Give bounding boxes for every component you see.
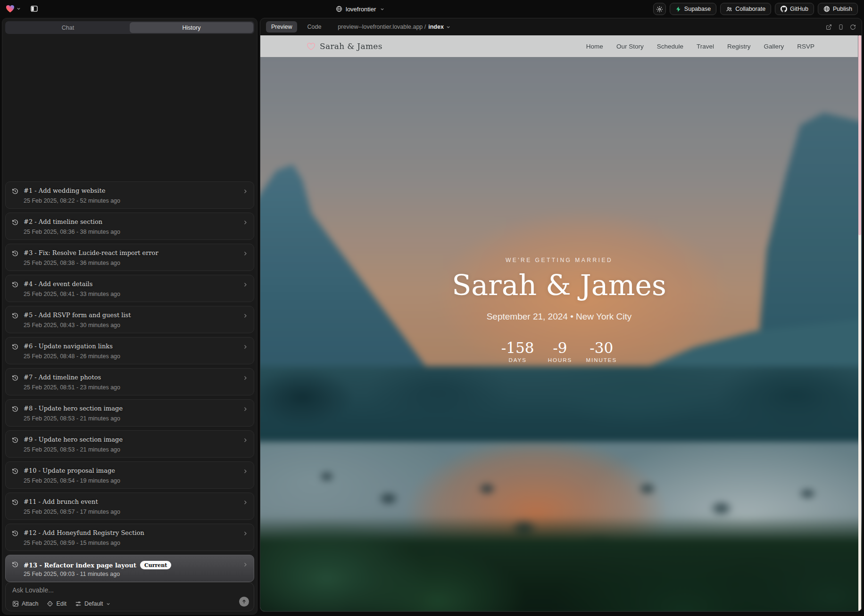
refresh-icon[interactable]	[850, 24, 856, 30]
ask-lovable-input[interactable]	[12, 586, 247, 597]
history-item[interactable]: #10 - Update proposal image Current 25 F…	[5, 461, 254, 489]
history-item-title: #12 - Add Honeyfund Registry Section	[24, 530, 144, 536]
tab-code[interactable]: Code	[302, 21, 326, 33]
github-label: GitHub	[790, 6, 808, 12]
history-item[interactable]: #4 - Add event details Current 25 Feb 20…	[5, 275, 254, 302]
tab-preview[interactable]: Preview	[266, 21, 297, 33]
send-button[interactable]	[239, 597, 249, 607]
history-item-timestamp: 25 Feb 2025, 08:22 - 52 minutes ago	[24, 197, 120, 204]
site-nav-link[interactable]: Schedule	[657, 43, 683, 50]
history-item-title: #13 - Refactor index page layout	[24, 562, 136, 568]
history-item[interactable]: #6 - Update navigation links Current 25 …	[5, 337, 254, 364]
chevron-right-icon	[242, 437, 248, 443]
history-icon	[12, 344, 18, 350]
chevron-down-icon	[446, 25, 450, 29]
history-item[interactable]: #9 - Update hero section image Current 2…	[5, 430, 254, 458]
preview-url[interactable]: preview--lovefrontier.lovable.app / inde…	[338, 24, 450, 30]
countdown-value: -158	[501, 340, 534, 356]
panel-left-icon	[31, 5, 38, 12]
history-icon	[12, 437, 18, 444]
collaborate-label: Collaborate	[735, 6, 765, 12]
history-item[interactable]: #8 - Update hero section image Current 2…	[5, 399, 254, 427]
settings-button[interactable]	[653, 3, 666, 15]
site-nav-link[interactable]: Our Story	[616, 43, 644, 50]
chevron-right-icon	[242, 220, 248, 225]
history-icon	[12, 281, 18, 288]
top-bar: lovefrontier Supabase Collab	[0, 0, 864, 18]
countdown: -158 DAYS -9 HOURS -30 MINUTES	[260, 340, 858, 363]
history-list: #1 - Add wedding website Current 25 Feb …	[5, 181, 254, 582]
edit-button[interactable]: Edit	[47, 600, 66, 607]
site-nav-link[interactable]: Registry	[727, 43, 751, 50]
chevron-right-icon	[242, 313, 248, 319]
edit-select-icon	[47, 600, 53, 607]
history-item-title: #3 - Fix: Resolve Lucide-react import er…	[24, 250, 158, 256]
open-external-icon[interactable]	[826, 24, 832, 30]
history-item[interactable]: #12 - Add Honeyfund Registry Section Cur…	[5, 524, 254, 551]
history-item[interactable]: #5 - Add RSVP form and guest list Curren…	[5, 306, 254, 333]
composer: Attach Edit Default	[5, 582, 254, 611]
arrow-up-icon	[241, 599, 247, 604]
site-nav-link[interactable]: Travel	[697, 43, 714, 50]
github-icon	[781, 6, 787, 12]
history-item[interactable]: #1 - Add wedding website Current 25 Feb …	[5, 181, 254, 209]
history-item[interactable]: #2 - Add timeline section Current 25 Feb…	[5, 213, 254, 240]
sidebar-tabbar: Chat History	[5, 21, 254, 34]
history-icon	[12, 219, 18, 226]
site-logo-text: Sarah & James	[320, 41, 382, 51]
tab-chat[interactable]: Chat	[6, 22, 130, 33]
preview-url-domain: preview--lovefrontier.lovable.app /	[338, 24, 426, 30]
mobile-view-icon[interactable]	[838, 24, 844, 30]
history-item[interactable]: #3 - Fix: Resolve Lucide-react import er…	[5, 244, 254, 271]
edit-label: Edit	[56, 600, 66, 607]
publish-label: Publish	[833, 6, 852, 12]
history-item[interactable]: #7 - Add timeline photos Current 25 Feb …	[5, 368, 254, 395]
history-item-timestamp: 25 Feb 2025, 08:38 - 36 minutes ago	[24, 260, 120, 266]
preview-panel: Preview Code preview--lovefrontier.lovab…	[260, 18, 862, 612]
countdown-unit: -30 MINUTES	[586, 340, 617, 363]
history-icon	[12, 499, 18, 506]
history-item[interactable]: #13 - Refactor index page layout Current…	[5, 555, 254, 582]
site-nav: Home Our Story Schedule Travel Registry …	[586, 43, 814, 50]
project-name: lovefrontier	[346, 6, 376, 13]
history-icon	[12, 468, 18, 475]
history-item-title: #4 - Add event details	[24, 281, 92, 287]
chevron-right-icon	[242, 375, 248, 381]
countdown-value: -9	[546, 340, 573, 356]
history-item[interactable]: #11 - Add brunch event Current 25 Feb 20…	[5, 493, 254, 520]
site-nav-link[interactable]: RSVP	[797, 43, 814, 50]
countdown-unit: -9 HOURS	[546, 340, 573, 363]
site-scrollbar[interactable]	[858, 35, 861, 611]
history-item-timestamp: 25 Feb 2025, 08:41 - 33 minutes ago	[24, 291, 120, 297]
history-icon	[12, 375, 18, 381]
gear-icon	[656, 6, 663, 13]
sidebar-panel: Chat History #1 - Add wedding website Cu…	[2, 18, 258, 615]
history-icon	[12, 188, 18, 195]
collaborate-button[interactable]: Collaborate	[720, 3, 771, 15]
chevron-right-icon	[242, 500, 248, 505]
default-mode-button[interactable]: Default	[75, 600, 110, 607]
attach-button[interactable]: Attach	[12, 600, 38, 607]
sidebar-toggle-button[interactable]	[28, 3, 40, 15]
lovable-logo-menu[interactable]	[6, 5, 21, 13]
history-item-title: #8 - Update hero section image	[24, 405, 123, 411]
history-item-title: #1 - Add wedding website	[24, 188, 105, 194]
tab-history[interactable]: History	[130, 22, 253, 33]
countdown-label: HOURS	[546, 357, 573, 363]
site-header: Sarah & James Home Our Story Schedule Tr…	[260, 35, 858, 57]
preview-toolbar: Preview Code preview--lovefrontier.lovab…	[260, 18, 862, 35]
site-nav-link[interactable]: Home	[586, 43, 603, 50]
history-icon	[12, 312, 18, 319]
sliders-icon	[75, 600, 82, 607]
supabase-button[interactable]: Supabase	[670, 3, 716, 15]
chevron-right-icon	[242, 189, 248, 194]
site-scrollbar-thumb[interactable]	[858, 35, 861, 235]
project-selector[interactable]: lovefrontier	[336, 3, 384, 15]
history-item-timestamp: 25 Feb 2025, 08:57 - 17 minutes ago	[24, 509, 120, 515]
github-button[interactable]: GitHub	[775, 3, 814, 15]
history-icon	[12, 530, 18, 537]
history-item-title: #5 - Add RSVP form and guest list	[24, 312, 131, 318]
site-nav-link[interactable]: Gallery	[764, 43, 784, 50]
site-logo[interactable]: Sarah & James	[307, 41, 382, 51]
publish-button[interactable]: Publish	[818, 3, 858, 15]
